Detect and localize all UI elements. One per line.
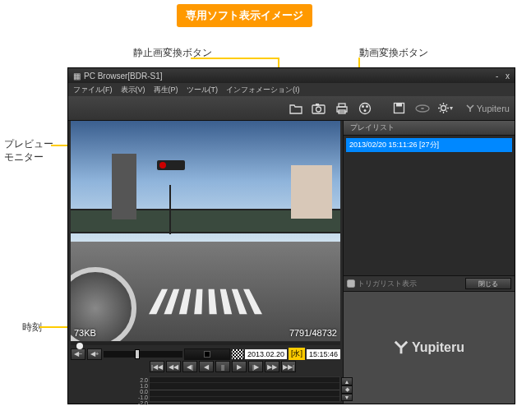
- app-icon: ▦: [73, 72, 81, 81]
- svg-point-14: [441, 106, 446, 111]
- close-button[interactable]: 閉じる: [465, 278, 511, 289]
- banner: 専用ソフト表示イメージ: [177, 4, 312, 27]
- menu-file[interactable]: ファイル(F): [73, 85, 113, 95]
- minimize-button[interactable]: -: [496, 72, 498, 81]
- callout-preview-monitor: プレビュー モニター: [4, 138, 53, 164]
- app-title: PC Browser[BDR-S1]: [84, 72, 163, 81]
- scrub-bar[interactable]: [71, 342, 340, 345]
- svg-point-8: [366, 105, 368, 108]
- video-size-label: 73KB: [74, 328, 96, 338]
- callout-movie: 動画変換ボタン: [359, 46, 428, 60]
- brand-panel: Yupiteru: [344, 292, 515, 404]
- playback-controls: ◀− ◀+ 2013.02.20 [水] 15:15:46 |◀◀ ◀◀ ◀| …: [68, 346, 343, 375]
- yupiteru-icon: [466, 104, 474, 113]
- graph-zoom-in-button[interactable]: ▲: [341, 377, 353, 385]
- toolbar: ▾ Yupiteru: [68, 96, 515, 121]
- print-button[interactable]: [333, 99, 351, 118]
- skip-end-button[interactable]: ▶▶|: [281, 361, 296, 372]
- close-window-button[interactable]: x: [506, 72, 510, 81]
- pause-button[interactable]: ||: [215, 361, 230, 372]
- playlist-item[interactable]: 2013/02/20 15:11:26 [27分]: [346, 138, 512, 152]
- menu-play[interactable]: 再生(P): [154, 85, 178, 95]
- gsensor-graph: 2.0 1.0 0.0 -1.0 -2.0 ▲ ◆ ▼: [149, 376, 340, 402]
- video-frame-counter: 7791/48732: [289, 328, 337, 338]
- graph-zoom-out-button[interactable]: ▼: [341, 394, 353, 401]
- svg-point-6: [359, 103, 370, 113]
- menu-info[interactable]: インフォメーション(I): [226, 85, 300, 95]
- save-button[interactable]: [390, 99, 409, 118]
- checker-icon: [232, 349, 243, 359]
- yupiteru-icon: [394, 340, 409, 355]
- volume-slider[interactable]: [104, 351, 182, 358]
- svg-point-9: [363, 109, 366, 112]
- svg-point-13: [421, 108, 424, 109]
- menu-tool[interactable]: ツール(T): [187, 85, 219, 95]
- movie-convert-button[interactable]: [356, 99, 374, 118]
- play-button[interactable]: ▶: [232, 361, 247, 372]
- settings-button[interactable]: ▾: [436, 99, 455, 118]
- open-button[interactable]: [287, 99, 305, 118]
- mode-button[interactable]: [184, 348, 230, 360]
- video-preview[interactable]: 73KB 7791/48732: [71, 121, 340, 341]
- svg-point-1: [316, 107, 321, 112]
- callout-line: [191, 58, 278, 59]
- step-back-button[interactable]: ◀|: [182, 361, 197, 372]
- brand-logo: Yupiteru: [466, 104, 510, 113]
- time-display: 15:15:46: [307, 349, 340, 359]
- svg-rect-11: [396, 104, 402, 107]
- vol-down-button[interactable]: ◀−: [71, 348, 85, 360]
- step-fwd-button[interactable]: |▶: [248, 361, 263, 372]
- playlist-body: 2013/02/20 15:11:26 [27分]: [344, 136, 515, 275]
- rewind-button[interactable]: ◀◀: [166, 361, 181, 372]
- svg-point-7: [362, 105, 364, 108]
- svg-rect-4: [339, 104, 345, 107]
- ffwd-button[interactable]: ▶▶: [265, 361, 279, 372]
- camera-still-button[interactable]: [310, 99, 328, 118]
- trigger-list-checkbox[interactable]: トリガリスト表示: [347, 279, 417, 289]
- skip-start-button[interactable]: |◀◀: [150, 361, 164, 372]
- vol-up-button[interactable]: ◀+: [87, 348, 102, 360]
- svg-rect-2: [316, 104, 319, 106]
- play-back-button[interactable]: ◀: [199, 361, 214, 372]
- app-window: ▦ PC Browser[BDR-S1] - x ファイル(F) 表示(V) 再…: [67, 67, 515, 404]
- menu-view[interactable]: 表示(V): [121, 85, 145, 95]
- date-display: 2013.02.20: [245, 349, 287, 359]
- graph-y-labels: 2.0 1.0 0.0 -1.0 -2.0: [127, 377, 148, 401]
- day-display: [水]: [289, 348, 305, 360]
- playlist-tab[interactable]: プレイリスト: [344, 121, 515, 136]
- disc-button[interactable]: [413, 99, 432, 118]
- menubar: ファイル(F) 表示(V) 再生(P) ツール(T) インフォメーション(I): [68, 83, 515, 96]
- graph-reset-button[interactable]: ◆: [341, 385, 353, 394]
- titlebar: ▦ PC Browser[BDR-S1] - x: [68, 68, 515, 83]
